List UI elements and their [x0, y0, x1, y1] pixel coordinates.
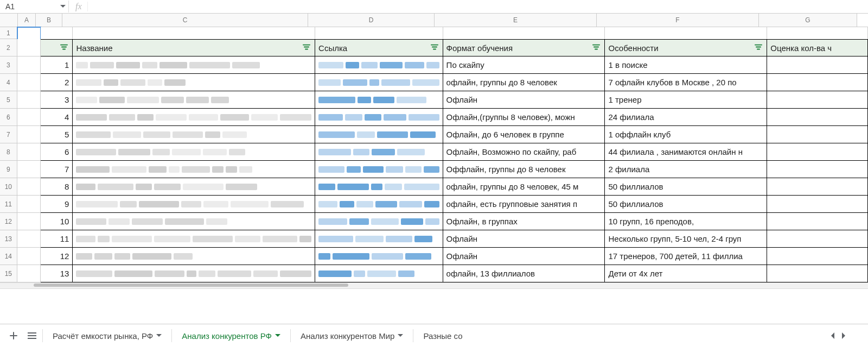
cell-features[interactable]: Несколько групп, 5-10 чел, 2-4 груп — [605, 230, 767, 248]
cell-format[interactable]: Офлайн — [443, 91, 605, 109]
cell[interactable] — [17, 178, 41, 196]
cell-features[interactable]: 1 тренер — [605, 91, 767, 109]
horizontal-scrollbar[interactable] — [0, 282, 868, 289]
cell-link-redacted[interactable] — [315, 161, 443, 178]
cell-format[interactable]: офлайн, группы до 8 человек, 45 м — [443, 178, 605, 196]
filter-header-name[interactable]: Название — [73, 39, 315, 56]
cell[interactable] — [17, 143, 41, 161]
row-head[interactable]: 15 — [0, 265, 17, 282]
chevron-right-icon[interactable] — [842, 332, 846, 339]
row-head[interactable]: 1 — [0, 27, 17, 39]
col-head-e[interactable]: E — [435, 14, 597, 27]
cell-name-redacted[interactable] — [73, 213, 315, 230]
filter-icon[interactable] — [60, 43, 68, 53]
col-head-a[interactable]: A — [18, 14, 36, 27]
cell[interactable] — [17, 74, 41, 91]
cell[interactable] — [17, 196, 41, 213]
cell-link-redacted[interactable] — [315, 143, 443, 161]
cell-link-redacted[interactable] — [315, 213, 443, 230]
scroll-thumb[interactable] — [34, 284, 348, 287]
cell-format[interactable]: Оффлайн, группы до 8 человек — [443, 161, 605, 178]
cell-name-redacted[interactable] — [73, 196, 315, 213]
row-head[interactable]: 8 — [0, 143, 17, 161]
row-head[interactable]: 2 — [0, 39, 17, 56]
sheet-tab-misc[interactable]: Разные со — [416, 327, 470, 345]
cell-count[interactable] — [767, 91, 868, 109]
cell-d1[interactable] — [315, 27, 443, 40]
cell-count[interactable] — [767, 126, 868, 143]
cell[interactable] — [17, 91, 41, 109]
cell[interactable] — [17, 265, 41, 282]
cell-features[interactable]: Дети от 4х лет — [605, 265, 767, 282]
col-head-g[interactable]: G — [759, 14, 857, 27]
cell-features[interactable]: 50 филлиалов — [605, 178, 767, 196]
cell-count[interactable] — [767, 56, 868, 74]
cell-index[interactable]: 9 — [41, 196, 73, 213]
cell-link-redacted[interactable] — [315, 265, 443, 282]
formula-input[interactable] — [93, 0, 868, 13]
row-head[interactable]: 7 — [0, 126, 17, 143]
cell-features[interactable]: 2 филиала — [605, 161, 767, 178]
cell-count[interactable] — [767, 248, 868, 265]
cell-format[interactable]: Офлайн — [443, 248, 605, 265]
cell-features[interactable]: 7 офлайн клубов в Москве , 20 по — [605, 74, 767, 91]
cell-name-redacted[interactable] — [73, 74, 315, 91]
cell-link-redacted[interactable] — [315, 248, 443, 265]
cell-index[interactable]: 13 — [41, 265, 73, 282]
add-sheet-button[interactable] — [5, 328, 22, 344]
cell-link-redacted[interactable] — [315, 196, 443, 213]
cell-index[interactable]: 7 — [41, 161, 73, 178]
col-head-f[interactable]: F — [597, 14, 759, 27]
cell-index[interactable]: 3 — [41, 91, 73, 109]
sheet-tab-competitors-rf[interactable]: Анализ конкурентов РФ — [174, 327, 288, 345]
filter-icon[interactable] — [755, 43, 762, 53]
row-head[interactable]: 3 — [0, 56, 17, 74]
cell-count[interactable] — [767, 109, 868, 126]
cell-name-redacted[interactable] — [73, 265, 315, 282]
cell-name-redacted[interactable] — [73, 161, 315, 178]
row-head[interactable]: 5 — [0, 91, 17, 109]
cell-index[interactable]: 5 — [41, 126, 73, 143]
row-head[interactable]: 10 — [0, 178, 17, 196]
filter-header-link[interactable]: Ссылка — [315, 39, 443, 56]
cell-index[interactable]: 4 — [41, 109, 73, 126]
cell-format[interactable]: Офлайн, в группах — [443, 213, 605, 230]
cell-link-redacted[interactable] — [315, 74, 443, 91]
cell-g1[interactable] — [767, 27, 868, 40]
cell-name-redacted[interactable] — [73, 126, 315, 143]
cell-link-redacted[interactable] — [315, 56, 443, 74]
sheet-tab-competitors-world[interactable]: Анализ конкурентов Мир — [293, 327, 411, 345]
cell-format[interactable]: офлайн, есть групповые занятия п — [443, 196, 605, 213]
name-box-dropdown[interactable] — [58, 1, 69, 12]
cell-index[interactable]: 6 — [41, 143, 73, 161]
cell-format[interactable]: Офлайн,(группы 8 человек), можн — [443, 109, 605, 126]
cell-index[interactable]: 10 — [41, 213, 73, 230]
cell-count[interactable] — [767, 143, 868, 161]
cell[interactable] — [17, 230, 41, 248]
cell-name-redacted[interactable] — [73, 248, 315, 265]
select-all-corner[interactable] — [0, 14, 18, 27]
cell-features[interactable]: 1 оффлайн клуб — [605, 126, 767, 143]
filter-icon[interactable] — [303, 43, 310, 53]
cell-features[interactable]: 50 филлиалов — [605, 196, 767, 213]
cell[interactable] — [17, 248, 41, 265]
filter-icon[interactable] — [431, 43, 438, 53]
sheet-tab-market-rf[interactable]: Расчёт емкости рынка, РФ — [45, 327, 169, 345]
cell-link-redacted[interactable] — [315, 91, 443, 109]
cell-index[interactable]: 11 — [41, 230, 73, 248]
cell-name-redacted[interactable] — [73, 56, 315, 74]
cell-features[interactable]: 17 тренеров, 700 детей, 11 филлиа — [605, 248, 767, 265]
cell-b1[interactable] — [41, 27, 73, 40]
row-head[interactable]: 12 — [0, 213, 17, 230]
col-head-b[interactable]: B — [36, 14, 62, 27]
cell-index[interactable]: 1 — [41, 56, 73, 74]
chevron-left-icon[interactable] — [830, 332, 834, 339]
cell-count[interactable] — [767, 213, 868, 230]
cell-index[interactable]: 8 — [41, 178, 73, 196]
cell-features[interactable]: 10 групп, 16 преподов, — [605, 213, 767, 230]
cell-count[interactable] — [767, 74, 868, 91]
cell-link-redacted[interactable] — [315, 230, 443, 248]
cell-name-redacted[interactable] — [73, 91, 315, 109]
row-head[interactable]: 11 — [0, 196, 17, 213]
cell[interactable] — [17, 161, 41, 178]
